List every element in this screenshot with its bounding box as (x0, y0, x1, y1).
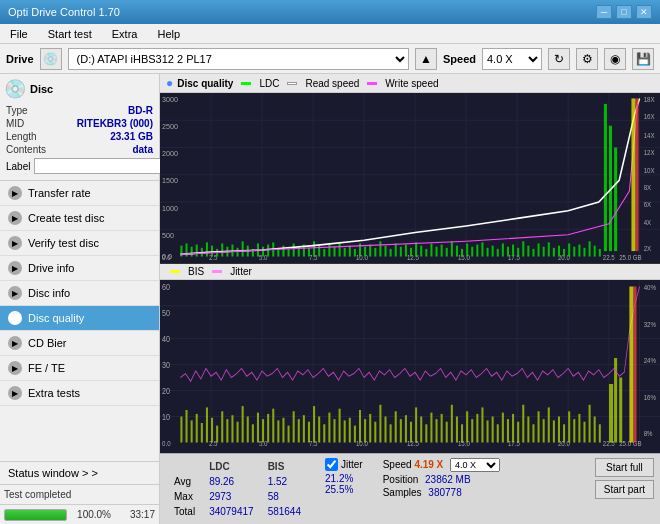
sidebar-item-disc-quality[interactable]: ▶ Disc quality (0, 306, 159, 331)
svg-rect-126 (604, 104, 607, 251)
drive-label: Drive (6, 53, 34, 65)
svg-rect-107 (507, 247, 509, 257)
bis-legend-label: BIS (188, 266, 204, 277)
svg-rect-177 (221, 411, 223, 442)
svg-text:12.5: 12.5 (407, 254, 419, 261)
top-chart-panel: ● Disc quality LDC Read speed Write spee… (160, 74, 660, 264)
start-part-button[interactable]: Start part (595, 480, 654, 499)
bottom-chart-panel: BIS Jitter (160, 264, 660, 453)
svg-rect-243 (558, 417, 560, 443)
ldc-legend-color (241, 82, 251, 85)
svg-rect-51 (221, 243, 223, 256)
close-button[interactable]: ✕ (636, 5, 652, 19)
bottom-chart-title-bar: BIS Jitter (160, 264, 660, 280)
disc-icon: 💿 (4, 78, 26, 100)
write-speed-legend-label: Write speed (385, 78, 438, 89)
top-chart-title-bar: ● Disc quality LDC Read speed Write spee… (160, 74, 660, 93)
svg-rect-179 (231, 415, 233, 442)
sidebar-item-verify-test-disc[interactable]: ▶ Verify test disc (0, 231, 159, 256)
svg-text:16X: 16X (644, 113, 656, 120)
svg-rect-76 (349, 246, 351, 257)
svg-rect-187 (272, 409, 274, 443)
svg-rect-210 (390, 424, 392, 442)
sidebar-item-transfer-rate[interactable]: ▶ Transfer rate (0, 181, 159, 206)
svg-rect-227 (476, 414, 478, 443)
svg-rect-226 (471, 419, 473, 442)
disc-section-title: Disc (30, 83, 53, 95)
svg-rect-211 (395, 411, 397, 442)
svg-text:1500: 1500 (162, 176, 178, 185)
refresh-button[interactable]: ↻ (548, 48, 570, 70)
sidebar-item-cd-bier[interactable]: ▶ CD Bier (0, 331, 159, 356)
svg-text:10.0: 10.0 (356, 254, 368, 261)
disc-button[interactable]: ◉ (604, 48, 626, 70)
svg-rect-247 (578, 414, 580, 443)
svg-rect-224 (461, 424, 463, 442)
svg-rect-125 (599, 249, 601, 257)
sidebar-item-drive-info[interactable]: ▶ Drive info (0, 256, 159, 281)
sidebar-item-create-test-disc[interactable]: ▶ Create test disc (0, 206, 159, 231)
svg-text:40: 40 (162, 335, 170, 345)
jitter-legend-label: Jitter (230, 266, 252, 277)
maximize-button[interactable]: □ (616, 5, 632, 19)
menu-file[interactable]: File (4, 27, 34, 41)
disc-quality-title: Disc quality (177, 78, 233, 89)
read-speed-legend-color (287, 82, 297, 85)
svg-rect-182 (247, 417, 249, 443)
svg-rect-123 (589, 241, 591, 256)
svg-text:0.0: 0.0 (162, 440, 171, 448)
eject-button[interactable]: ▲ (415, 48, 437, 70)
drive-select[interactable]: (D:) ATAPI iHBS312 2 PL17 (68, 48, 409, 70)
action-buttons: Start full Start part (595, 458, 654, 499)
settings-button[interactable]: ⚙ (576, 48, 598, 70)
disc-label-input[interactable] (34, 158, 163, 174)
sidebar-item-extra-tests[interactable]: ▶ Extra tests (0, 381, 159, 406)
status-window-button[interactable]: Status window > > (0, 461, 159, 484)
sidebar-item-fe-te[interactable]: ▶ FE / TE (0, 356, 159, 381)
svg-rect-84 (390, 249, 392, 257)
svg-rect-98 (461, 249, 463, 257)
jitter-avg-val: 21.2% (325, 473, 353, 484)
svg-rect-205 (364, 419, 366, 442)
svg-rect-64 (288, 249, 290, 257)
speed-select-stat[interactable]: 4.0 X (450, 458, 500, 472)
speed-select[interactable]: 4.0 X (482, 48, 542, 70)
avg-label: Avg (168, 475, 201, 488)
svg-text:6X: 6X (644, 201, 652, 208)
svg-text:12X: 12X (644, 149, 656, 156)
svg-rect-109 (517, 248, 519, 257)
max-ldc: 2973 (203, 490, 260, 503)
cd-bier-icon: ▶ (8, 336, 22, 350)
svg-rect-102 (481, 242, 483, 256)
svg-rect-79 (364, 247, 366, 257)
menu-help[interactable]: Help (151, 27, 186, 41)
svg-text:25.0 GB: 25.0 GB (619, 254, 641, 261)
svg-rect-110 (522, 241, 524, 256)
svg-text:2000: 2000 (162, 149, 178, 158)
svg-text:24%: 24% (644, 357, 656, 365)
sidebar-item-disc-info[interactable]: ▶ Disc info (0, 281, 159, 306)
start-full-button[interactable]: Start full (595, 458, 654, 477)
svg-rect-59 (262, 247, 264, 257)
svg-rect-172 (196, 414, 198, 443)
svg-rect-238 (532, 424, 534, 442)
svg-rect-209 (384, 417, 386, 443)
svg-rect-105 (497, 249, 499, 257)
svg-rect-0 (160, 93, 660, 262)
minimize-button[interactable]: ─ (596, 5, 612, 19)
svg-rect-198 (328, 413, 330, 443)
svg-rect-95 (446, 248, 448, 257)
svg-rect-218 (430, 413, 432, 443)
svg-rect-121 (578, 245, 580, 257)
save-button[interactable]: 💾 (632, 48, 654, 70)
svg-rect-217 (425, 424, 427, 442)
svg-rect-86 (400, 247, 402, 257)
menu-extra[interactable]: Extra (106, 27, 144, 41)
jitter-checkbox[interactable] (325, 458, 338, 471)
svg-rect-236 (522, 405, 524, 443)
svg-text:2X: 2X (644, 245, 652, 252)
total-bis: 581644 (262, 505, 307, 518)
progress-area: Test completed (0, 484, 159, 504)
menu-start-test[interactable]: Start test (42, 27, 98, 41)
jitter-max-row: 25.5% (325, 484, 363, 495)
